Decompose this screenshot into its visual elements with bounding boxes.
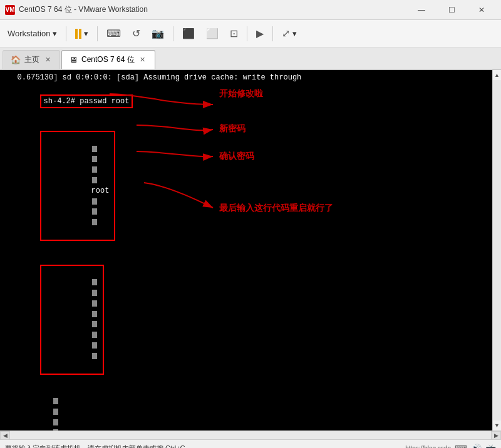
view-icon: ⊡ — [230, 28, 238, 39]
toolbar-separator-2 — [97, 26, 98, 41]
unity-button[interactable]: ⬜ — [201, 23, 224, 45]
window-controls: — ☐ ✕ — [407, 0, 496, 20]
status-right: https://blog.csdn ⌨ 🔊 📺 — [405, 444, 496, 449]
keyboard-status-icon[interactable]: ⌨ — [455, 444, 467, 449]
scroll-up-button[interactable]: ▲ — [493, 70, 502, 80]
term-line-1: 0.675130] sd 0:0:0:0: [sda] Assuming dri… — [4, 73, 488, 83]
centos-tab-label: CentOS 7 64 位 — [81, 54, 135, 65]
resize-button[interactable]: ⤢ ▾ — [277, 23, 302, 45]
pause-icon — [75, 29, 81, 39]
sound-status-icon[interactable]: 🔊 — [471, 444, 482, 449]
main-area: 0.675130] sd 0:0:0:0: [sda] Assuming dri… — [0, 70, 501, 430]
tabs-bar: 🏠 主页 ✕ 🖥 CentOS 7 64 位 ✕ — [0, 48, 501, 70]
snapshot2-button[interactable]: 📷 — [147, 23, 169, 45]
app-icon-text: VM — [6, 6, 15, 13]
home-tab-label: 主页 — [24, 54, 39, 65]
window-title: CentOS 7 64 位 - VMware Workstation — [19, 4, 407, 15]
home-tab-close[interactable]: ✕ — [43, 56, 52, 64]
toolbar-separator-4 — [247, 26, 247, 41]
horizontal-scrollbar[interactable]: ◀ ▶ — [0, 430, 501, 439]
title-bar: VM CentOS 7 64 位 - VMware Workstation — … — [0, 0, 501, 20]
passwd-command-box: sh-4.2# passwd root — [40, 94, 133, 109]
root-box: root — [40, 131, 116, 241]
scroll-left-button[interactable]: ◀ — [0, 431, 10, 440]
status-text: 要将输入定向到该虚拟机，请在虚拟机内部单击或按 Ctrl+G。 — [5, 444, 192, 448]
camera-icon: 📷 — [152, 28, 164, 39]
resize-dropdown-icon: ▾ — [292, 29, 297, 38]
terminal-button[interactable]: ▶ — [251, 23, 269, 45]
h-scroll-track[interactable] — [10, 431, 491, 439]
keyboard-icon: ⌨ — [106, 28, 121, 39]
unity-icon: ⬜ — [206, 28, 219, 39]
pause-button[interactable]: ▾ — [70, 23, 93, 45]
snapshot-icon: ↺ — [132, 28, 140, 39]
resize-icon: ⤢ — [282, 28, 290, 39]
scroll-right-button[interactable]: ▶ — [491, 431, 501, 440]
home-tab-icon: 🏠 — [11, 55, 21, 64]
status-url: https://blog.csdn — [405, 445, 451, 448]
password-box-1 — [40, 265, 104, 375]
toolbar: Workstation ▾ ▾ ⌨ ↺ 📷 ⬛ ⬜ ⊡ ▶ ⤢ ▾ — [0, 20, 501, 48]
minimize-button[interactable]: — — [407, 0, 436, 20]
dropdown-arrow-icon: ▾ — [53, 29, 57, 38]
terminal-content: 0.675130] sd 0:0:0:0: [sda] Assuming dri… — [0, 70, 492, 430]
tab-home[interactable]: 🏠 主页 ✕ — [3, 50, 60, 69]
snapshot-button[interactable]: ↺ — [127, 23, 145, 45]
term-line-pw1 — [4, 253, 488, 386]
centos-tab-icon: 🖥 — [70, 55, 78, 64]
maximize-button[interactable]: ☐ — [437, 0, 466, 20]
fullscreen-button[interactable]: ⬛ — [177, 23, 200, 45]
term-line-root: root — [4, 120, 488, 252]
vm-terminal[interactable]: 0.675130] sd 0:0:0:0: [sda] Assuming dri… — [0, 70, 492, 430]
scroll-down-button[interactable]: ▼ — [493, 420, 502, 430]
toolbar-separator-1 — [66, 26, 66, 41]
status-bar: 要将输入定向到该虚拟机，请在虚拟机内部单击或按 Ctrl+G。 https://… — [0, 439, 501, 448]
scroll-track[interactable] — [493, 80, 501, 420]
term-line-passwd: sh-4.2# passwd root — [4, 83, 488, 120]
workstation-menu-button[interactable]: Workstation ▾ — [3, 23, 62, 45]
display-status-icon[interactable]: 📺 — [485, 444, 496, 449]
app-icon: VM — [5, 5, 15, 15]
vertical-scrollbar[interactable]: ▲ ▼ — [492, 70, 501, 430]
toolbar-separator-5 — [272, 26, 273, 41]
toolbar-separator-3 — [173, 26, 173, 41]
fullscreen-icon: ⬛ — [182, 28, 195, 39]
centos-tab-close[interactable]: ✕ — [138, 56, 147, 64]
close-button[interactable]: ✕ — [467, 0, 496, 20]
pause-dropdown-icon: ▾ — [84, 29, 88, 38]
send-ctrl-alt-del-button[interactable]: ⌨ — [101, 23, 126, 45]
term-line-8: 8 — [4, 385, 488, 430]
tab-centos[interactable]: 🖥 CentOS 7 64 位 ✕ — [61, 50, 155, 69]
workstation-label: Workstation — [8, 29, 50, 38]
terminal-icon: ▶ — [256, 28, 264, 39]
view-button[interactable]: ⊡ — [225, 23, 243, 45]
